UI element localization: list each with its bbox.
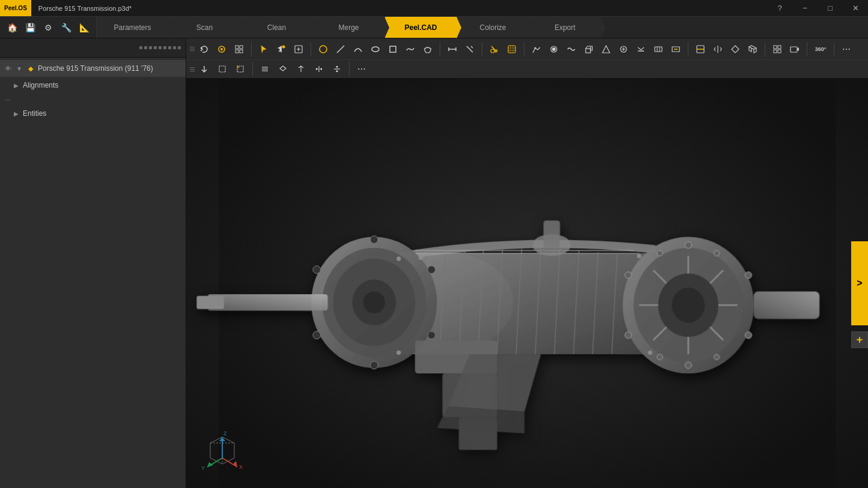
tab-merge[interactable]: Merge	[313, 17, 385, 38]
tab-scan-label: Scan	[196, 23, 213, 32]
tb-paint-btn[interactable]	[486, 41, 503, 58]
tb-flip-h-btn[interactable]	[311, 61, 327, 77]
minimize-icon: −	[803, 4, 807, 13]
toolbar-group-measure	[444, 41, 478, 58]
tb-merge-btn[interactable]	[615, 41, 632, 58]
tb-rect-btn[interactable]	[384, 41, 401, 58]
tb-arc-btn[interactable]	[350, 41, 366, 58]
tb-select-down-btn[interactable]	[196, 61, 213, 77]
svg-point-88	[648, 351, 652, 355]
toolbar-row1: 360° ⋯	[186, 38, 868, 60]
tb-op8-btn[interactable]	[650, 41, 667, 58]
tb-sym-btn[interactable]	[709, 41, 726, 58]
tree-entities-arrow[interactable]: ▶	[12, 109, 20, 118]
maximize-button[interactable]: □	[818, 0, 843, 16]
sidebar-header	[0, 38, 186, 58]
nav-settings-icon[interactable]: ⚙	[41, 20, 55, 35]
help-icon: ?	[777, 4, 782, 13]
tb-box-sel-btn[interactable]	[214, 61, 231, 77]
tb-more-btn[interactable]: ⋯	[838, 41, 855, 58]
tb-sep3	[440, 42, 440, 56]
tb-view-btn[interactable]	[231, 41, 247, 58]
tb-curve-btn[interactable]	[419, 41, 436, 58]
tb-row2-more-btn[interactable]: ⋯	[353, 61, 370, 77]
nav-home-icon[interactable]: 🏠	[5, 20, 19, 35]
tree-eye-icon[interactable]: 👁	[5, 65, 11, 72]
tab-colorize[interactable]: Colorize	[457, 17, 529, 38]
close-button[interactable]: ✕	[843, 0, 868, 16]
tb-flatten-btn[interactable]	[633, 41, 649, 58]
tb-sep2	[311, 42, 311, 56]
tb-flip-v-btn[interactable]	[329, 61, 345, 77]
tree-root-item[interactable]: 👁 ▼ ◆ Porsche 915 Transmission (911 '76)	[0, 60, 186, 77]
tb-undo-btn[interactable]	[196, 41, 213, 58]
toolbar-row2-handle[interactable]	[189, 66, 195, 73]
tb-texture-btn[interactable]	[503, 41, 520, 58]
tb-select-point-btn[interactable]	[255, 41, 272, 58]
svg-point-20	[552, 47, 556, 51]
tb-smooth-btn[interactable]	[563, 41, 580, 58]
file-title: Porsche 915 Transmission.p3d*	[31, 5, 767, 12]
svg-point-58	[313, 331, 321, 339]
tb-extrude-btn[interactable]	[580, 41, 597, 58]
tb-ellipse-btn[interactable]	[367, 41, 384, 58]
nav-save-icon[interactable]: 💾	[23, 20, 37, 35]
right-panel-button[interactable]: >	[851, 241, 868, 325]
tb-trim-btn[interactable]	[528, 41, 545, 58]
tb-op-extra-btn[interactable]	[727, 41, 744, 58]
svg-point-78	[714, 354, 719, 360]
tb-triangle-btn[interactable]	[598, 41, 615, 58]
tb-360-icon[interactable]: 360°	[811, 41, 830, 58]
tb-line-btn[interactable]	[332, 41, 349, 58]
tb-sphere-btn[interactable]	[315, 41, 332, 58]
tb-select-multi-btn[interactable]	[273, 41, 290, 58]
add-button[interactable]: +	[851, 331, 868, 348]
tb-flatten2-btn[interactable]	[275, 61, 291, 77]
tree-alignments-item[interactable]: ▶ Alignments	[0, 77, 186, 94]
tab-export[interactable]: Export	[529, 17, 601, 38]
tab-parameters-label: Parameters	[114, 23, 151, 32]
toolbar-drag-handle[interactable]	[189, 46, 195, 52]
svg-marker-98	[207, 462, 213, 467]
svg-rect-5	[240, 50, 243, 53]
toolbars: 360° ⋯	[186, 38, 868, 79]
tab-scan[interactable]: Scan	[169, 17, 241, 38]
tree-root-arrow[interactable]: ▼	[15, 64, 23, 73]
help-button[interactable]: ?	[767, 0, 792, 16]
nav-tools-icon[interactable]: 🔧	[59, 20, 73, 35]
svg-point-8	[320, 46, 327, 53]
tree-entities-item[interactable]: ▶ Entities	[0, 105, 186, 122]
tb-op9-btn[interactable]	[667, 41, 684, 58]
svg-point-59	[428, 266, 436, 274]
tb-spline-btn[interactable]	[402, 41, 419, 58]
tab-parameters[interactable]: Parameters	[97, 17, 169, 38]
model-svg	[186, 79, 868, 488]
tab-clean[interactable]: Clean	[241, 17, 313, 38]
tb-sep8	[807, 42, 807, 56]
svg-point-74	[745, 332, 751, 339]
tb-op-extra2-btn[interactable]	[744, 41, 761, 58]
add-icon: +	[857, 334, 863, 346]
nav-measure-icon[interactable]: 📐	[77, 20, 91, 35]
tb-camera-icon[interactable]	[786, 41, 803, 58]
tb-measure-btn[interactable]	[444, 41, 461, 58]
viewport-3d[interactable]: X Y Z	[186, 79, 868, 488]
tb-align-btn[interactable]	[692, 41, 709, 58]
tb-align2-btn[interactable]	[293, 61, 309, 77]
minimize-button[interactable]: −	[792, 0, 818, 16]
tab-clean-label: Clean	[267, 23, 286, 32]
tb-fill-btn[interactable]	[545, 41, 562, 58]
tb-lasso-sel-btn[interactable]	[232, 61, 249, 77]
nav-left-icons: 🏠 💾 ⚙ 🔧 📐	[0, 17, 97, 38]
tab-peelcad[interactable]: Peel.CAD	[385, 17, 457, 38]
nav-tabs: Parameters Scan Clean Merge Peel.CAD Col…	[97, 17, 868, 38]
tb-ruler-btn[interactable]	[461, 41, 478, 58]
sidebar-handle[interactable]	[139, 46, 181, 49]
tb-snap-btn[interactable]	[213, 41, 230, 58]
tb-viewport-mode-btn[interactable]	[769, 41, 786, 58]
tb-layers-btn[interactable]	[256, 61, 273, 77]
tb-project-btn[interactable]	[290, 41, 307, 58]
toolbar-group-mesh	[528, 41, 684, 58]
viewport[interactable]: X Y Z >	[186, 79, 868, 488]
tree-alignments-arrow[interactable]: ▶	[12, 81, 20, 89]
